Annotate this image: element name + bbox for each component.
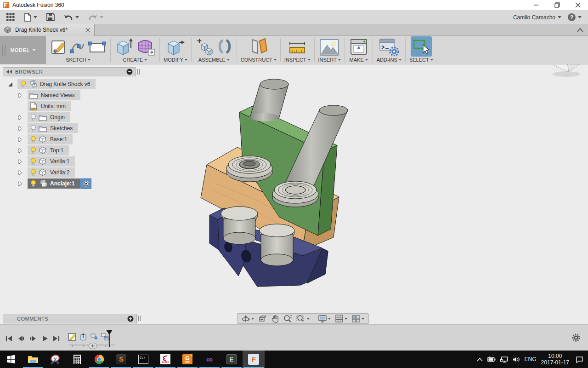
timeline-go-end-button[interactable] [51, 333, 62, 344]
browser-item-varilla2[interactable]: Varilla:2 [0, 167, 75, 178]
redo-button[interactable] [85, 11, 106, 23]
measure-button[interactable] [286, 38, 308, 57]
insert-menu[interactable]: INSERT [318, 57, 341, 63]
close-button[interactable] [567, 0, 588, 10]
restore-button[interactable] [547, 0, 567, 10]
model-spacer-left[interactable] [221, 207, 258, 244]
construct-menu[interactable]: CONSTRUCT [241, 57, 277, 63]
browser-item-units[interactable]: Units: mm [0, 101, 71, 112]
comments-grip[interactable] [138, 316, 141, 321]
taskbar-app-command-prompt[interactable]: C:\ [132, 351, 154, 368]
press-pull-button[interactable] [165, 36, 186, 57]
create-sketch-button[interactable] [50, 37, 68, 57]
tray-clock[interactable]: 10:00 2017-01-17 [541, 353, 569, 366]
modify-menu[interactable]: MODIFY [164, 57, 187, 63]
browser-item-varilla1[interactable]: Varilla:1 [0, 156, 75, 167]
expander-collapsed-icon[interactable] [17, 159, 28, 165]
assemble-menu[interactable]: ASSEMBLE [198, 57, 230, 63]
document-tab[interactable]: Drag Knife Shock v6* [0, 24, 95, 36]
create-form-button[interactable] [136, 36, 156, 57]
inspect-menu[interactable]: INSPECT [284, 57, 311, 63]
battery-icon[interactable] [487, 356, 496, 362]
browser-item-named-views[interactable]: Named Views [0, 90, 80, 101]
sketch-menu[interactable]: SKETCH [66, 57, 90, 63]
look-at-button[interactable] [256, 314, 269, 323]
expander-collapsed-icon[interactable] [17, 126, 28, 132]
settings-gear-icon[interactable] [571, 333, 581, 342]
display-settings-button[interactable] [316, 314, 333, 323]
scripts-addins-button[interactable] [379, 37, 400, 57]
tab-close-icon[interactable] [85, 28, 90, 33]
zoom-button[interactable] [281, 314, 294, 323]
expander-collapsed-icon[interactable] [17, 115, 28, 121]
browser-item-origin[interactable]: Origin [0, 112, 70, 123]
addins-menu[interactable]: ADD-INS [377, 57, 401, 63]
insert-image-button[interactable] [319, 38, 340, 57]
visibility-bulb-on-icon[interactable] [18, 80, 28, 88]
expander-collapsed-icon[interactable] [17, 137, 28, 143]
expander-expanded-icon[interactable] [7, 81, 17, 87]
browser-item-root[interactable]: Drag Knife Shock v6 [0, 79, 96, 90]
model-spacer-right[interactable] [260, 224, 294, 266]
expander-collapsed-icon[interactable] [17, 181, 28, 187]
browser-item-base[interactable]: Base:1 [0, 134, 73, 145]
file-menu-button[interactable] [21, 11, 40, 23]
timeline-step-back-button[interactable] [16, 333, 27, 344]
timeline-extrude-feature[interactable] [78, 332, 88, 342]
orbit-button[interactable] [239, 314, 256, 323]
taskbar-app-chrome[interactable] [88, 351, 110, 368]
joint-button[interactable] [216, 37, 233, 56]
comments-bar[interactable]: COMMENTS [3, 314, 137, 323]
zoom-window-button[interactable] [294, 314, 312, 323]
construct-plane-button[interactable] [248, 36, 269, 57]
visibility-bulb-on-icon[interactable] [28, 180, 38, 187]
taskbar-app-file-explorer[interactable] [22, 351, 44, 368]
taskbar-app-calculator[interactable] [66, 351, 88, 368]
taskbar-app-visual-studio[interactable]: ∞ [198, 351, 220, 368]
model-viewport[interactable]: FRONT RIGHT TOP [0, 64, 588, 324]
help-menu[interactable]: ? [568, 13, 582, 22]
minimize-button[interactable] [526, 0, 547, 10]
taskbar-app-pdf[interactable]: G PDF [176, 351, 198, 368]
tray-language[interactable]: ENG [525, 356, 537, 362]
browser-item-anclaje[interactable]: Anclaje:1 [0, 178, 91, 189]
network-icon[interactable] [500, 356, 508, 362]
undo-button[interactable] [61, 11, 82, 23]
visibility-bulb-off-icon[interactable] [28, 125, 38, 132]
volume-icon[interactable] [513, 356, 520, 362]
timeline-play-button[interactable] [40, 333, 51, 344]
timeline-step-forward-button[interactable] [28, 333, 39, 344]
workspace-switcher[interactable]: MODEL [0, 36, 46, 64]
timeline-sketch-feature[interactable] [67, 332, 77, 342]
select-button[interactable] [411, 36, 432, 57]
activate-component-radio[interactable] [80, 178, 91, 189]
viewports-button[interactable] [350, 314, 367, 323]
select-menu[interactable]: SELECT [409, 57, 433, 63]
new-component-button[interactable] [195, 36, 215, 57]
expander-collapsed-icon[interactable] [17, 148, 28, 154]
model-bearing-right[interactable] [272, 181, 318, 207]
taskbar-app-snipping-tool[interactable] [44, 351, 66, 368]
timeline-go-start-button[interactable] [4, 333, 15, 344]
visibility-bulb-on-icon[interactable] [28, 147, 38, 154]
pan-button[interactable] [269, 314, 281, 323]
create-menu[interactable]: CREATE [123, 57, 147, 63]
timeline-insert-feature[interactable] [89, 332, 99, 342]
make-3d-print-button[interactable] [349, 37, 369, 57]
grid-settings-button[interactable] [333, 314, 350, 323]
browser-grip[interactable] [137, 69, 140, 75]
model-bearing-left[interactable] [226, 156, 272, 182]
visibility-bulb-on-icon[interactable] [28, 158, 38, 165]
visibility-bulb-on-icon[interactable] [28, 169, 38, 176]
taskbar-app-sublime-text[interactable]: S [110, 351, 132, 368]
minimize-panel-icon[interactable] [126, 69, 133, 75]
expander-collapsed-icon[interactable] [17, 170, 28, 176]
spline-button[interactable] [69, 39, 86, 55]
app-grid-button[interactable] [4, 11, 17, 23]
start-button[interactable] [0, 351, 22, 368]
rectangle-button[interactable] [87, 40, 107, 54]
expander-collapsed-icon[interactable] [17, 92, 28, 98]
save-button[interactable] [44, 11, 57, 23]
account-menu[interactable]: Camilo Camacho [513, 13, 561, 21]
make-menu[interactable]: MAKE [350, 57, 368, 63]
